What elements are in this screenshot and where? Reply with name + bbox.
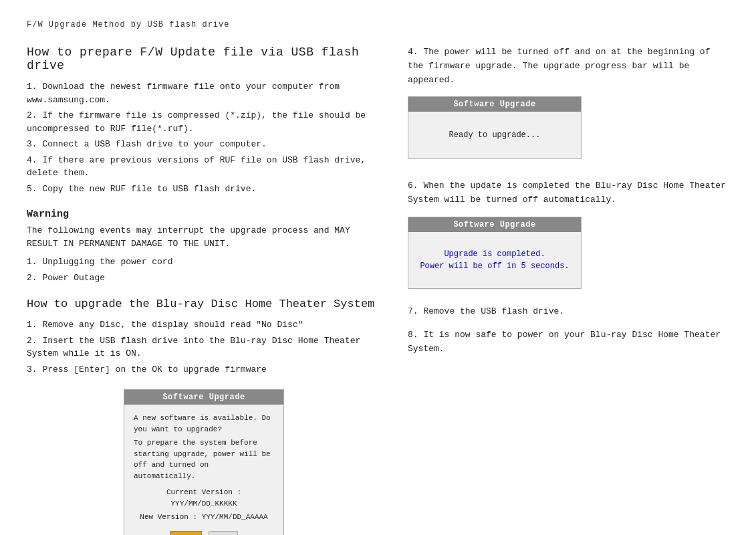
prepare-step-5: 5. Copy the new RUF file to USB flash dr… (27, 183, 381, 196)
page-wrapper: F/W Upgrade Method by USB flash drive Ho… (27, 20, 729, 535)
step8-text: 8. It is now safe to power on your Blu-r… (408, 328, 729, 356)
step7-text: 7. Remove the USB flash drive. (408, 305, 729, 319)
complete-dialog-title: Software Upgrade (408, 217, 581, 232)
warning-item-2: 2. Power Outage (27, 272, 381, 285)
upgrade-step-3: 3. Press [Enter] on the OK to upgrade fi… (27, 363, 381, 377)
right-section-6: 6. When the update is completed the Blu-… (408, 179, 729, 289)
upgrade-title: How to upgrade the Blu-ray Disc Home The… (27, 298, 381, 310)
complete-dialog-body: Upgrade is completed. Power will be off … (408, 232, 581, 288)
right-section-4: 4. The power will be turned off and on a… (408, 45, 729, 159)
warning-title: Warning (27, 209, 381, 220)
ready-text: Ready to upgrade... (449, 130, 541, 140)
complete-text: Upgrade is completed. Power will be off … (420, 248, 569, 272)
left-column: How to prepare F/W Update file via USB f… (27, 45, 381, 535)
ready-dialog: Software Upgrade Ready to upgrade... (408, 96, 582, 159)
prepare-title: How to prepare F/W Update file via USB f… (27, 45, 381, 72)
step4-text: 4. The power will be turned off and on a… (408, 45, 729, 87)
right-column: 4. The power will be turned off and on a… (408, 45, 729, 535)
ready-dialog-title: Software Upgrade (408, 97, 581, 112)
complete-dialog: Software Upgrade Upgrade is completed. P… (408, 217, 582, 289)
upgrade-dialog-buttons: Yes No (134, 526, 274, 536)
upgrade-dialog-line2: To prepare the system before starting up… (134, 437, 274, 481)
warning-text: The following events may interrupt the u… (27, 224, 381, 250)
upgrade-step-1: 1. Remove any Disc, the display should r… (27, 318, 381, 332)
upgrade-section: How to upgrade the Blu-ray Disc Home The… (27, 298, 381, 535)
no-button[interactable]: No (209, 531, 238, 536)
warning-items: 1. Unplugging the power cord 2. Power Ou… (27, 255, 381, 284)
upgrade-dialog-body: A new software is available. Do you want… (124, 405, 283, 535)
complete-line2: Power will be off in 5 seconds. (420, 260, 569, 272)
prepare-steps: 1. Download the newest firmware file ont… (27, 80, 381, 195)
upgrade-step-2: 2. Insert the USB flash drive into the B… (27, 334, 381, 360)
warning-item-1: 1. Unplugging the power cord (27, 255, 381, 269)
current-version: Current Version : YYY/MM/DD_KKKKK (134, 487, 274, 509)
prepare-step-2: 2. If the firmware file is compressed (*… (27, 109, 381, 135)
upgrade-steps: 1. Remove any Disc, the display should r… (27, 318, 381, 376)
yes-button[interactable]: Yes (170, 531, 202, 536)
prepare-step-1: 1. Download the newest firmware file ont… (27, 80, 381, 106)
ready-dialog-body: Ready to upgrade... (408, 112, 581, 158)
warning-section: Warning The following events may interru… (27, 209, 381, 284)
prepare-step-4: 4. If there are previous versions of RUF… (27, 154, 381, 180)
page-subtitle: F/W Upgrade Method by USB flash drive (27, 20, 729, 29)
complete-line1: Upgrade is completed. (420, 248, 569, 260)
right-section-7-8: 7. Remove the USB flash drive. 8. It is … (408, 305, 729, 356)
upgrade-dialog: Software Upgrade A new software is avail… (124, 389, 284, 535)
prepare-step-3: 3. Connect a USB flash drive to your com… (27, 138, 381, 151)
upgrade-dialog-line1: A new software is available. Do you want… (134, 413, 274, 435)
step6-text: 6. When the update is completed the Blu-… (408, 179, 729, 207)
upgrade-dialog-title: Software Upgrade (124, 390, 283, 405)
new-version: New Version : YYY/MM/DD_AAAAA (134, 512, 274, 523)
